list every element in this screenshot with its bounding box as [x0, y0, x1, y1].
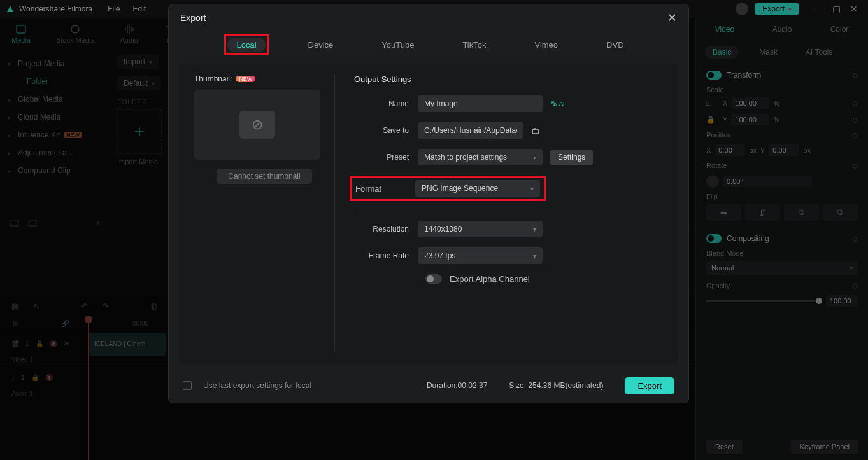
alpha-channel-toggle[interactable] — [425, 274, 442, 284]
export-tab-local[interactable]: Local — [227, 38, 265, 52]
new-badge: NEW — [236, 76, 255, 82]
export-tab-dvd[interactable]: DVD — [597, 38, 632, 52]
export-tab-youtube[interactable]: YouTube — [373, 38, 423, 52]
framerate-select[interactable]: 23.97 fps ▾ — [418, 247, 543, 264]
preset-select[interactable]: Match to project settings ▾ — [418, 149, 543, 165]
cannot-set-thumbnail-button[interactable]: Cannot set thumbnail — [217, 169, 311, 184]
ai-edit-icon[interactable]: ✎AI — [550, 99, 565, 109]
saveto-label: Save to — [354, 126, 418, 135]
thumbnail-preview[interactable]: ⊘ — [194, 90, 320, 160]
preset-label: Preset — [354, 153, 418, 162]
dialog-title: Export — [180, 13, 206, 23]
format-select[interactable]: PNG Image Sequence ▾ — [415, 180, 540, 197]
name-label: Name — [354, 99, 418, 108]
settings-button[interactable]: Settings — [550, 150, 593, 165]
highlight-local-tab: Local — [224, 34, 268, 55]
chevron-down-icon: ▾ — [530, 185, 534, 192]
size-info: Size: 254.36 MB(estimated) — [509, 381, 603, 390]
framerate-label: Frame Rate — [354, 251, 418, 260]
resolution-select[interactable]: 1440x1080 ▾ — [418, 221, 543, 237]
browse-folder-icon[interactable]: 🗀 — [531, 126, 539, 136]
close-icon[interactable]: ✕ — [667, 11, 677, 25]
export-dialog: Export ✕ Local Device YouTube TikTok Vim… — [168, 4, 689, 403]
no-thumbnail-icon: ⊘ — [239, 111, 275, 139]
use-last-settings-label: Use last export settings for local — [203, 381, 311, 390]
resolution-label: Resolution — [354, 225, 418, 233]
name-input[interactable] — [418, 95, 543, 112]
chevron-down-icon: ▾ — [533, 253, 536, 260]
format-label: Format — [355, 184, 415, 193]
export-tab-vimeo[interactable]: Vimeo — [525, 38, 567, 52]
thumbnail-label: Thumbnail: — [194, 74, 232, 83]
alpha-channel-label: Export Alpha Channel — [450, 274, 530, 284]
export-button[interactable]: Export — [625, 377, 674, 394]
saveto-input[interactable] — [418, 122, 523, 139]
export-tab-tiktok[interactable]: TikTok — [453, 38, 495, 52]
output-settings-title: Output Settings — [354, 74, 663, 84]
duration-info: Duration:00:02:37 — [427, 381, 487, 390]
highlight-format-row: Format PNG Image Sequence ▾ — [350, 176, 546, 201]
chevron-down-icon: ▾ — [533, 226, 536, 233]
use-last-settings-checkbox[interactable] — [183, 381, 192, 390]
chevron-down-icon: ▾ — [533, 154, 536, 161]
export-tab-device[interactable]: Device — [299, 38, 343, 52]
